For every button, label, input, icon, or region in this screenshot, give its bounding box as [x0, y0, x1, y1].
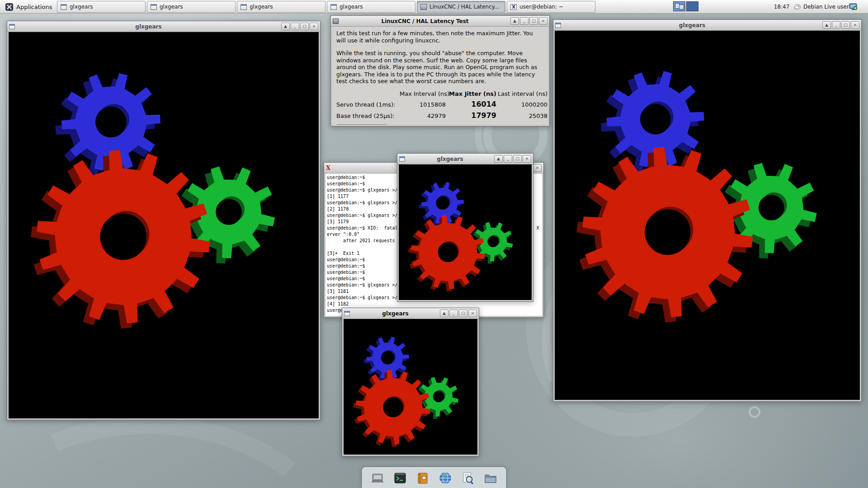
applications-menu-label: Applications [16, 4, 52, 10]
titlebar[interactable]: glxgears ▲ _ □ × [342, 308, 479, 319]
red-gear [576, 147, 753, 323]
close-button[interactable]: × [539, 17, 547, 25]
maximize-button[interactable]: □ [300, 23, 309, 30]
glxgears-window-bottom: glxgears ▲ _ □ × [342, 308, 479, 456]
latency-test-content: Let this test run for a few minutes, the… [332, 27, 548, 125]
logout-icon[interactable] [849, 2, 858, 11]
shade-button[interactable]: ▲ [822, 21, 831, 29]
servo-max-interval: 1015808 [400, 101, 446, 108]
gears-canvas [399, 164, 532, 300]
window-menu-icon[interactable] [9, 24, 15, 29]
user-label: Debian Live user [803, 0, 849, 14]
red-gear [31, 150, 210, 329]
taskbar-button-terminal[interactable]: X user@debian: ~ [507, 1, 595, 13]
servo-thread-label: Servo thread (1ms): [336, 101, 400, 108]
top-panel: Applications glxgears glxgears glxgears … [0, 0, 868, 14]
maximize-button[interactable]: □ [529, 17, 538, 25]
glxgears-window-center: glxgears ▲ _ □ × [397, 153, 533, 302]
terminal-line: [4] 1182 [327, 301, 541, 307]
latency-intro: Let this test run for a few minutes, the… [336, 30, 544, 44]
gears-canvas [555, 31, 860, 400]
linuxcnc-icon [420, 4, 427, 10]
minimize-button[interactable]: _ [520, 17, 528, 25]
window-icon [241, 4, 247, 10]
minimize-button[interactable]: _ [291, 23, 299, 30]
display-icon [370, 471, 385, 485]
minimize-button[interactable]: _ [449, 310, 458, 317]
shade-button[interactable]: ▲ [281, 23, 290, 30]
close-button[interactable]: × [310, 23, 318, 30]
taskbar-button-glxgears-3[interactable]: glxgears [237, 1, 326, 13]
latency-test-window: LinuxCNC / HAL Latency Test ▲ _ □ × Let … [330, 15, 550, 127]
close-button[interactable]: × [851, 21, 859, 29]
glxgears-viewport [9, 32, 319, 418]
xterm-icon: X [510, 4, 517, 10]
close-button[interactable]: × [523, 155, 531, 163]
minimize-button[interactable]: _ [832, 21, 840, 29]
close-button[interactable]: × [533, 164, 542, 172]
base-last-interval: 25038 [496, 113, 547, 119]
servo-last-interval: 1000200 [496, 101, 547, 108]
taskbar-button-latency-test[interactable]: LinuxCNC / HAL Latency... [417, 1, 505, 13]
latency-instructions: While the test is running, you should "a… [336, 50, 544, 85]
base-max-jitter: 17979 [446, 111, 496, 120]
dock-browser-button[interactable] [437, 469, 454, 487]
glxgears-window-left: glxgears ▲ _ □ × [7, 21, 321, 420]
reset-statistics-button[interactable]: Reset Statistics [336, 124, 387, 125]
dock-package-button[interactable] [414, 469, 431, 487]
shade-button[interactable]: ▲ [440, 310, 448, 317]
desktop: glxgears ▲ _ □ × glxgears ▲ _ □ × [0, 0, 868, 488]
package-icon [415, 471, 430, 485]
titlebar[interactable]: LinuxCNC / HAL Latency Test ▲ _ □ × [331, 16, 549, 27]
maximize-button[interactable]: □ [841, 21, 850, 29]
workspace-2[interactable] [686, 1, 698, 11]
maximize-button[interactable]: □ [459, 310, 467, 317]
applications-menu-icon [5, 3, 13, 11]
taskbar-button-glxgears-1[interactable]: glxgears [57, 1, 146, 13]
glxgears-viewport [555, 31, 860, 400]
red-gear [408, 215, 485, 292]
window-icon [151, 4, 157, 10]
dock-file-manager-button[interactable] [482, 469, 499, 487]
window-icon [61, 4, 67, 10]
window-menu-icon[interactable] [555, 23, 561, 28]
dock [362, 467, 506, 488]
shade-button[interactable]: ▲ [494, 155, 503, 163]
close-button[interactable]: × [468, 310, 477, 317]
xterm-icon: X [326, 164, 333, 171]
servo-max-jitter: 16014 [446, 100, 496, 108]
col-max-interval: Max Interval (ns) [400, 90, 446, 97]
col-max-jitter: Max Jitter (ns) [446, 90, 496, 97]
glxgears-viewport [399, 164, 532, 300]
dock-search-button[interactable] [459, 469, 476, 487]
window-title: glxgears [407, 156, 493, 162]
window-menu-icon[interactable] [344, 311, 350, 316]
taskbar-button-glxgears-4[interactable]: glxgears [327, 1, 415, 13]
file-manager-icon [483, 471, 498, 485]
taskbar-button-glxgears-2[interactable]: glxgears [147, 1, 236, 13]
window-title: LinuxCNC / HAL Latency Test [340, 18, 509, 24]
dock-terminal-button[interactable] [392, 469, 409, 487]
base-thread-label: Base thread (25µs): [336, 113, 400, 119]
window-title: glxgears [17, 23, 280, 30]
glxgears-window-right: glxgears ▲ _ □ × [553, 19, 862, 402]
shade-button[interactable]: ▲ [510, 17, 519, 25]
gears-canvas [344, 319, 477, 455]
gears-canvas [9, 32, 319, 418]
applications-menu[interactable]: Applications [1, 1, 57, 13]
titlebar[interactable]: glxgears ▲ _ □ × [7, 21, 320, 32]
clock: 18:47 [768, 0, 796, 14]
status-icon[interactable] [793, 3, 801, 10]
titlebar[interactable]: glxgears ▲ _ □ × [553, 20, 861, 31]
window-title: glxgears [352, 310, 439, 317]
dock-display-button[interactable] [369, 469, 386, 487]
file-search-icon [461, 471, 475, 485]
maximize-button[interactable]: □ [513, 155, 522, 163]
workspace-switcher[interactable] [673, 1, 698, 11]
window-menu-icon[interactable] [399, 156, 405, 162]
minimize-button[interactable]: _ [504, 155, 512, 163]
workspace-1[interactable] [673, 1, 685, 11]
titlebar[interactable]: glxgears ▲ _ □ × [397, 154, 533, 164]
linuxcnc-icon[interactable] [333, 19, 339, 24]
window-title: glxgears [563, 22, 821, 28]
